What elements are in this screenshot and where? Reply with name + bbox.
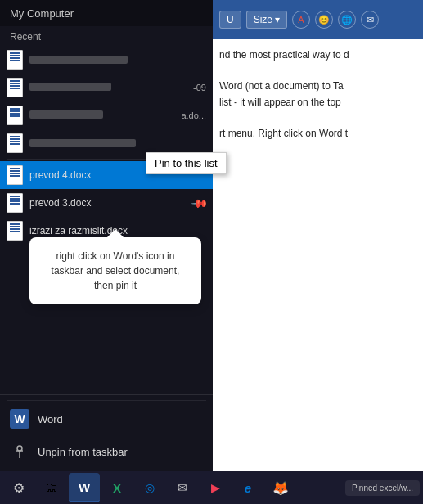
toolbar-emoji[interactable]: 😊	[315, 11, 333, 29]
unpin-icon	[10, 442, 29, 461]
list-item[interactable]: a.do...	[0, 101, 213, 129]
divider	[7, 400, 206, 401]
doc-toolbar: U Size ▾ A 😊 🌐 ✉	[213, 0, 423, 39]
word-taskbar-icon: W	[79, 480, 90, 494]
doc-icon	[7, 106, 23, 125]
callout-text: right click on Word's icon in taskbar an…	[52, 250, 180, 291]
taskbar-word[interactable]: W	[69, 473, 100, 502]
unpin-item[interactable]: Unpin from taskbar	[0, 435, 213, 468]
taskbar-outlook[interactable]: ◎	[134, 473, 165, 502]
excel-icon: X	[113, 481, 121, 495]
emoji-icon: 😊	[318, 15, 330, 25]
mail-icon: ✉	[367, 15, 374, 25]
doc-line-2: Word (not a document) to Ta	[219, 79, 416, 94]
font-color-icon: A	[298, 15, 304, 25]
gear-icon: ⚙	[13, 480, 25, 496]
toolbar-globe[interactable]: 🌐	[338, 11, 356, 29]
item-name: prevod 3.docx	[29, 197, 189, 209]
recent-label: Recent	[0, 26, 213, 46]
top-bar: My Computer	[0, 0, 213, 26]
pin-icon[interactable]: 📌	[190, 193, 209, 212]
doc-line-4: rt menu. Right click on Word t	[219, 126, 416, 142]
doc-line-1: nd the most practical way to d	[219, 47, 416, 63]
outlook-icon: ◎	[145, 481, 155, 494]
taskbar-explorer[interactable]: 🗂	[36, 473, 67, 502]
toolbar-bold[interactable]: U	[219, 11, 241, 29]
doc-line-3: list - it will appear on the top	[219, 95, 416, 110]
taskbar-excel[interactable]: X	[101, 473, 133, 502]
document-content: nd the most practical way to d Word (not…	[213, 39, 423, 150]
notification-text: Pinned excel/w...	[345, 480, 420, 496]
blurred-name	[29, 110, 103, 119]
doc-icon	[7, 133, 23, 153]
edge-icon: e	[245, 481, 251, 495]
folder-icon: 🗂	[45, 480, 58, 495]
taskbar-edge[interactable]: e	[232, 473, 263, 502]
dropdown-arrow: ▾	[275, 14, 280, 25]
unpin-label: Unpin from taskbar	[38, 446, 128, 458]
pin-tooltip: Pin to this list	[146, 152, 227, 174]
blurred-name	[29, 83, 111, 91]
pin-tooltip-text: Pin to this list	[155, 157, 218, 169]
taskbar-pocket[interactable]: ▶	[200, 473, 231, 502]
start-panel: My Computer Recent -09 a.do...	[0, 0, 213, 471]
doc-icon	[7, 221, 23, 241]
taskbar-right: Pinned excel/w...	[345, 480, 420, 496]
item-suffix: a.do...	[181, 110, 206, 120]
toolbar-font-color[interactable]: A	[292, 11, 310, 29]
blurred-name	[29, 139, 136, 147]
word-label: Word	[38, 413, 63, 425]
svg-point-0	[17, 446, 22, 451]
doc-icon	[7, 50, 23, 70]
list-item[interactable]: -09	[0, 74, 213, 101]
recent-section: Recent -09 a.do...	[0, 26, 213, 394]
doc-icon	[7, 165, 23, 185]
taskbar: ⚙ 🗂 W X ◎ ✉ ▶ e 🦊 Pinned excel/w...	[0, 471, 423, 504]
list-item-prevod3[interactable]: prevod 3.docx 📌	[0, 189, 213, 217]
top-bar-title: My Computer	[10, 7, 74, 20]
blurred-name	[29, 56, 128, 64]
word-item[interactable]: W Word	[0, 403, 213, 435]
globe-icon: 🌐	[341, 15, 353, 25]
taskbar-mail[interactable]: ✉	[167, 473, 198, 502]
toolbar-size[interactable]: Size ▾	[246, 11, 287, 29]
size-label: Size	[254, 14, 272, 25]
toolbar-mail[interactable]: ✉	[361, 11, 379, 29]
list-item[interactable]	[0, 46, 213, 74]
bottom-items: W Word Unpin from taskbar	[0, 394, 213, 471]
doc-icon	[7, 78, 23, 97]
taskbar-firefox[interactable]: 🦊	[265, 473, 296, 502]
bold-icon: U	[227, 14, 234, 25]
pocket-icon: ▶	[211, 481, 220, 494]
firefox-icon: 🦊	[272, 480, 289, 496]
item-suffix: -09	[193, 83, 206, 92]
mail-taskbar-icon: ✉	[178, 481, 187, 494]
taskbar-settings[interactable]: ⚙	[3, 473, 34, 502]
word-icon: W	[10, 409, 29, 429]
doc-icon	[7, 193, 23, 213]
callout-bubble: right click on Word's icon in taskbar an…	[29, 237, 201, 304]
document-background: U Size ▾ A 😊 🌐 ✉ nd the most practical w…	[213, 0, 423, 471]
